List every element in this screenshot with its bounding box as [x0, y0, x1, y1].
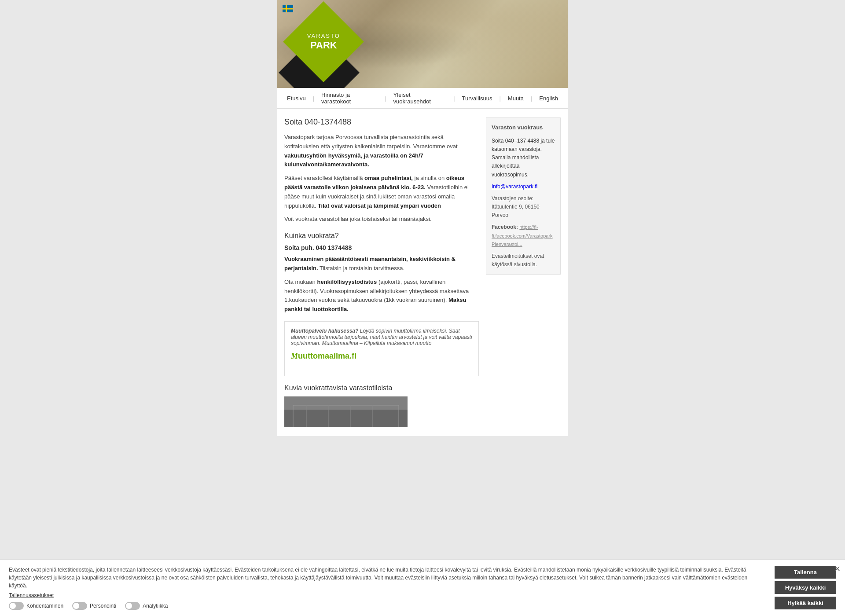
sidebar-facebook-label: Facebook: [492, 224, 518, 230]
nav-item-hinnasto[interactable]: Hinnasto ja varastokoot [315, 88, 384, 108]
nav-item-muuta[interactable]: Muuta [502, 92, 530, 105]
header-background: VARASTO PARK [277, 0, 568, 88]
moving-italic-text: Muuttopalvelu hakusessa? Löydä sopivin m… [291, 328, 472, 346]
intro-paragraph-3: Voit vuokrata varastotilaa joka toistais… [284, 215, 479, 224]
content-wrapper: Soita 040-1374488 Varastopark tarjoaa Po… [277, 117, 568, 427]
nav-link-yleiset[interactable]: Yleiset vuokrausehdot [387, 88, 453, 108]
nav-separator-3: | [452, 95, 456, 102]
nav-link-muuta[interactable]: Muuta [502, 92, 530, 105]
kuinka-rest: Tiistaisin ja torstaisin tarvittaessa. [318, 265, 405, 271]
kuinka-p2-bold1: henkilöllisyystodistus [317, 279, 377, 285]
logo-varasto-text: VARASTO [307, 33, 340, 40]
kuinka-title: Kuinka vuokrata? [284, 232, 479, 240]
nav-item-etusivu[interactable]: Etusivu [281, 92, 312, 105]
page-title: Soita 040-1374488 [284, 117, 479, 127]
intro-p3-text: Voit vuokrata varastotilaa joka toistais… [284, 216, 432, 222]
moving-service-box: Muuttopalvelu hakusessa? Löydä sopivin m… [284, 321, 479, 376]
intro-p2-bold3: Tilat ovat valoisat ja lämpimät ympäri v… [318, 202, 441, 209]
nav-link-hinnasto[interactable]: Hinnasto ja varastokoot [315, 88, 384, 108]
moving-italic-title: Muuttopalvelu hakusessa? [291, 328, 358, 334]
nav-item-english[interactable]: English [533, 92, 564, 105]
muutto-logo[interactable]: Muuttomaailma.fi [291, 352, 472, 361]
sidebar-box: Varaston vuokraus Soita 040 -137 4488 ja… [486, 117, 561, 275]
sidebar-address-value: Itätuulentie 9, 06150 Porvoo [492, 204, 540, 218]
sidebar-phone-text: Soita 040 -137 4488 ja tule katsomaan va… [492, 137, 555, 179]
nav-link-turvallisuus[interactable]: Turvallisuus [456, 92, 499, 105]
kuinka-p2-before: Ota mukaan [284, 279, 317, 285]
photos-title: Kuvia vuokrattavista varastotiloista [284, 384, 479, 392]
sidebar-facebook: Facebook: https://fi-fi.facebook.com/Var… [492, 223, 555, 249]
intro-bold-1: vakuutusyhtiön hyväksymiä, ja varastoill… [284, 152, 423, 168]
intro-p2-bold1: omaa puhelintasi, [364, 175, 413, 181]
nav-link-etusivu[interactable]: Etusivu [281, 92, 312, 105]
right-sidebar: Varaston vuokraus Soita 040 -137 4488 ja… [486, 117, 561, 427]
kuinka-phone: Soita puh. 040 1374488 [284, 244, 479, 251]
header: VARASTO PARK [277, 0, 568, 88]
muutto-logo-m: M [291, 352, 298, 360]
main-content: Soita 040-1374488 Varastopark tarjoaa Po… [277, 109, 568, 436]
kuinka-paragraph-2: Ota mukaan henkilöllisyystodistus (ajoko… [284, 278, 479, 314]
intro-text-before-bold: Varastopark tarjoaa Porvoossa turvallist… [284, 134, 458, 150]
nav-item-turvallisuus[interactable]: Turvallisuus [456, 92, 499, 105]
intro-paragraph-1: Varastopark tarjoaa Porvoossa turvallist… [284, 133, 479, 169]
intro-paragraph-2: Pääset varastollesi käyttämällä omaa puh… [284, 174, 479, 210]
nav-item-yleiset[interactable]: Yleiset vuokrausehdot [387, 88, 453, 108]
sidebar-email: Info@varastopark.fi [492, 183, 555, 191]
muutto-logo-text: uuttomaailma.fi [298, 352, 356, 360]
kuinka-paragraph-1: Vuokraaminen pääsääntöisesti maanantaisi… [284, 255, 479, 273]
nav-separator-4: | [498, 95, 501, 102]
intro-p2-mid: ja sinulla on [413, 175, 446, 181]
main-navigation: Etusivu | Hinnasto ja varastokoot | Ylei… [277, 88, 568, 109]
storage-photo [284, 396, 408, 427]
svg-rect-2 [283, 8, 293, 10]
sidebar-evaste-note: Evasteilmoitukset ovat käytössä sivustol… [492, 252, 555, 269]
intro-p2-before: Pääset varastollesi käyttämällä [284, 175, 364, 181]
sidebar-title: Varaston vuokraus [492, 123, 555, 132]
left-content: Soita 040-1374488 Varastopark tarjoaa Po… [284, 117, 479, 427]
nav-separator-2: | [384, 95, 387, 102]
sidebar-email-link[interactable]: Info@varastopark.fi [492, 183, 537, 190]
sweden-flag-icon [283, 5, 293, 12]
photo-placeholder-svg [284, 396, 408, 427]
nav-separator: | [312, 95, 315, 102]
sidebar-address-label: Varastojen osoite: [492, 195, 533, 202]
svg-rect-4 [284, 410, 408, 427]
logo-park-text: PARK [307, 40, 340, 51]
nav-link-english[interactable]: English [533, 92, 564, 105]
sidebar-address: Varastojen osoite: Itätuulentie 9, 06150… [492, 194, 555, 220]
logo-inner: VARASTO PARK [307, 33, 340, 51]
nav-separator-5: | [530, 95, 533, 102]
